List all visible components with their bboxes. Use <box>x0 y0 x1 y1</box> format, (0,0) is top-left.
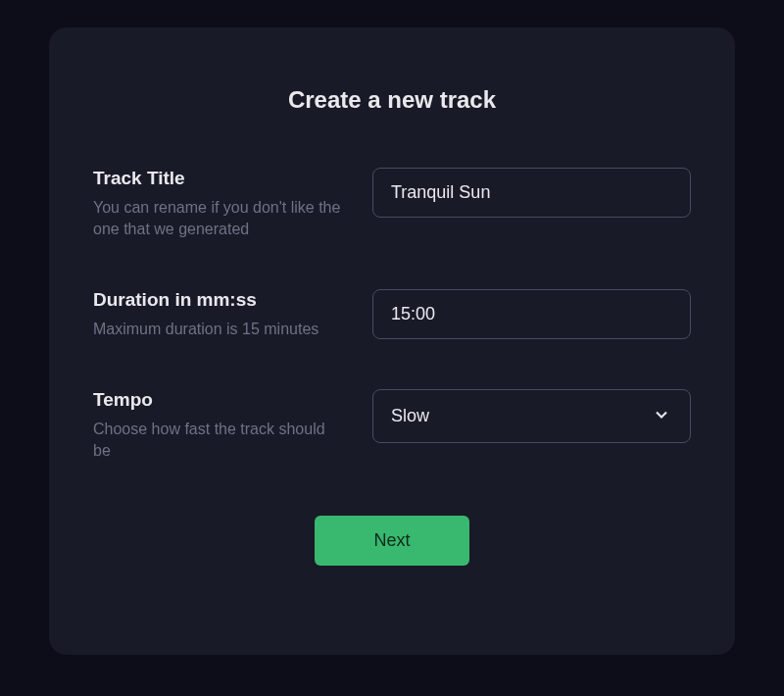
track-title-description: You can rename if you don't like the one… <box>93 197 343 240</box>
tempo-label-col: Tempo Choose how fast the track should b… <box>93 389 372 462</box>
tempo-description: Choose how fast the track should be <box>93 419 343 462</box>
tempo-select-wrapper: Slow <box>372 389 691 443</box>
tempo-select[interactable]: Slow <box>372 389 691 443</box>
tempo-input-col: Slow <box>372 389 691 443</box>
duration-label-col: Duration in mm:ss Maximum duration is 15… <box>93 289 372 340</box>
modal-title: Create a new track <box>93 86 691 114</box>
tempo-row: Tempo Choose how fast the track should b… <box>93 389 691 462</box>
next-button[interactable]: Next <box>315 516 468 566</box>
track-title-row: Track Title You can rename if you don't … <box>93 168 691 240</box>
button-row: Next <box>93 516 691 566</box>
duration-input[interactable] <box>372 289 691 339</box>
tempo-label: Tempo <box>93 389 343 411</box>
duration-description: Maximum duration is 15 minutes <box>93 319 343 340</box>
duration-label: Duration in mm:ss <box>93 289 343 311</box>
track-title-label-col: Track Title You can rename if you don't … <box>93 168 372 240</box>
track-title-input[interactable] <box>372 168 691 218</box>
duration-input-col <box>372 289 691 339</box>
duration-row: Duration in mm:ss Maximum duration is 15… <box>93 289 691 340</box>
track-title-label: Track Title <box>93 168 343 189</box>
track-title-input-col <box>372 168 691 218</box>
create-track-modal: Create a new track Track Title You can r… <box>49 27 735 655</box>
